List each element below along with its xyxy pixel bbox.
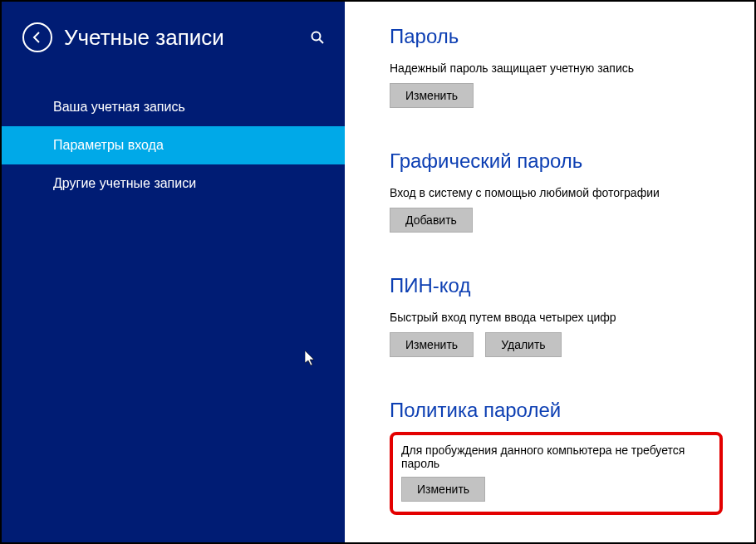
sidebar-nav: Ваша учетная запись Параметры входа Друг… <box>2 88 345 203</box>
sidebar: Учетные записи Ваша учетная запись Парам… <box>2 2 345 542</box>
arrow-left-icon <box>30 30 45 45</box>
svg-point-0 <box>312 32 321 41</box>
section-title: ПИН-код <box>390 274 723 297</box>
section-title: Политика паролей <box>390 399 723 422</box>
page-title: Учетные записи <box>64 25 307 51</box>
section-picture-password: Графический пароль Вход в систему с помо… <box>390 149 723 233</box>
sidebar-header: Учетные записи <box>2 2 345 73</box>
content-pane: Пароль Надежный пароль защищает учетную … <box>345 2 754 542</box>
section-pin: ПИН-код Быстрый вход путем ввода четырех… <box>390 274 723 357</box>
change-pin-button[interactable]: Изменить <box>390 332 474 357</box>
section-desc: Быстрый вход путем ввода четырех цифр <box>390 311 723 324</box>
delete-pin-button[interactable]: Удалить <box>485 332 561 357</box>
sidebar-item-label: Параметры входа <box>53 138 164 152</box>
sidebar-item-your-account[interactable]: Ваша учетная запись <box>2 88 345 126</box>
section-password-policy: Политика паролей Для пробуждения данного… <box>390 399 723 515</box>
search-button[interactable] <box>307 27 328 48</box>
section-desc: Вход в систему с помощью любимой фотогра… <box>390 186 723 199</box>
section-desc: Для пробуждения данного компьютера не тр… <box>401 444 711 470</box>
add-picture-password-button[interactable]: Добавить <box>390 208 473 233</box>
change-policy-button[interactable]: Изменить <box>401 477 485 502</box>
mouse-cursor-icon <box>305 350 318 370</box>
svg-line-1 <box>320 40 324 44</box>
section-password: Пароль Надежный пароль защищает учетную … <box>390 25 723 108</box>
highlight-box: Для пробуждения данного компьютера не тр… <box>390 432 723 515</box>
sidebar-item-other-accounts[interactable]: Другие учетные записи <box>2 164 345 203</box>
section-title: Графический пароль <box>390 149 723 173</box>
sidebar-item-label: Другие учетные записи <box>53 176 196 190</box>
section-title: Пароль <box>390 25 723 48</box>
change-password-button[interactable]: Изменить <box>390 83 474 108</box>
sidebar-item-label: Ваша учетная запись <box>53 100 185 114</box>
section-desc: Надежный пароль защищает учетную запись <box>390 61 723 75</box>
search-icon <box>310 30 325 45</box>
back-button[interactable] <box>22 22 52 52</box>
sidebar-item-signin-options[interactable]: Параметры входа <box>2 126 345 164</box>
